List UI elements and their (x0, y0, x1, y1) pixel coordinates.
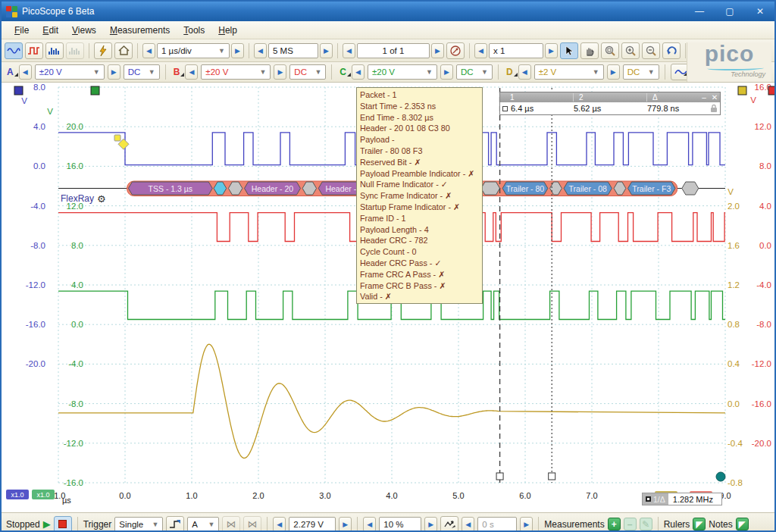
minimize-icon[interactable]: — (690, 6, 709, 17)
edit-measurement-button[interactable]: ✎ (640, 518, 652, 530)
menu-views[interactable]: Views (65, 23, 103, 38)
trigger-handle-icon (114, 135, 120, 141)
channel-d-range-prev-icon[interactable]: ◀ (518, 64, 531, 80)
ruler-col-1: 1 (500, 93, 574, 102)
trigger-level-input[interactable]: 2.279 V (289, 517, 336, 532)
channel-c-offset-marker (91, 86, 99, 95)
samples-next-icon[interactable]: ▶ (320, 43, 333, 58)
timebase-prev-icon[interactable]: ◀ (142, 43, 155, 58)
channel-d-range-next-icon[interactable]: ▶ (607, 64, 620, 80)
svg-text:-12.0: -12.0 (64, 439, 83, 448)
probe-icon[interactable] (94, 42, 112, 59)
channel-c-range-prev-icon[interactable]: ◀ (352, 64, 365, 80)
start-capture-icon[interactable]: ▶ (43, 518, 51, 530)
decoder-segment (481, 182, 500, 195)
samples-input[interactable]: 5 MS (268, 43, 318, 58)
delay-down-icon[interactable]: ◀ (462, 517, 474, 532)
stop-capture-button[interactable] (54, 516, 72, 532)
add-measurement-button[interactable]: + (608, 518, 621, 530)
tooltip-line: Valid - ✗ (360, 291, 479, 302)
rulers-button[interactable]: ◤ (693, 518, 706, 530)
channel-b-range-prev-icon[interactable]: ◀ (185, 64, 198, 80)
pretrigger-up-icon[interactable]: ▶ (424, 517, 437, 532)
adv-trigger2-icon[interactable]: ⋈ (243, 516, 261, 532)
ruler-box-close-icon[interactable]: ✕ (709, 93, 720, 102)
pointer-tool-icon[interactable] (560, 42, 578, 59)
channel-c-button[interactable]: C (337, 67, 349, 77)
maximize-icon[interactable]: ▢ (720, 6, 740, 17)
svg-text:8.0: 8.0 (71, 241, 83, 250)
trigger-mode-select[interactable]: Single▼ (114, 517, 163, 532)
svg-text:-16.0: -16.0 (26, 320, 45, 329)
scope-view-icon[interactable] (5, 42, 23, 59)
menu-edit[interactable]: Edit (36, 23, 65, 38)
timebase-next-icon[interactable]: ▶ (231, 43, 244, 58)
zoom-next-icon[interactable]: ▶ (545, 43, 558, 58)
adv-trigger-icon[interactable]: ⋈ (222, 516, 240, 532)
channel-b-coupling-select[interactable]: DC▼ (289, 64, 326, 80)
zoom-prev-icon[interactable]: ◀ (474, 43, 487, 58)
ruler-measurement-box[interactable]: 1 2 Δ – ✕ 6.4 µs 5.62 µs 779.8 ns (499, 92, 721, 115)
gear-icon: ⚙ (97, 193, 106, 205)
ruler-box-minimize-icon[interactable]: – (699, 93, 709, 102)
channel-d-range-select[interactable]: ±2 V▼ (534, 64, 604, 80)
zoom-factor-field[interactable]: x 1 (489, 43, 543, 58)
pretrigger-input[interactable]: 10 % (379, 517, 421, 532)
zoom-window-icon[interactable] (601, 42, 619, 59)
channel-d-coupling-select[interactable]: DC▼ (623, 64, 659, 80)
trigger-marker-tool-icon[interactable] (440, 516, 458, 532)
timebase-select[interactable]: 1 µs/div▼ (157, 43, 230, 58)
trigger-level-down-icon[interactable]: ◀ (273, 517, 286, 532)
channel-a-range-prev-icon[interactable]: ◀ (19, 64, 32, 80)
trigger-level-up-icon[interactable]: ▶ (339, 517, 352, 532)
spectrum-alt-view-icon[interactable] (66, 42, 84, 59)
persistence-view-icon[interactable] (25, 42, 43, 59)
channel-a-button[interactable]: A (5, 67, 16, 77)
channel-a-coupling-select[interactable]: DC▼ (124, 64, 160, 80)
delete-measurement-button[interactable]: – (624, 518, 637, 530)
ruler-value-delta: 779.8 ns (647, 104, 710, 113)
channel-c-coupling-select[interactable]: DC▼ (456, 64, 493, 80)
zoom-in-icon[interactable] (621, 42, 640, 59)
close-icon[interactable]: ✕ (750, 6, 770, 17)
menu-measurements[interactable]: Measurements (103, 23, 177, 38)
undo-zoom-icon[interactable] (662, 42, 681, 59)
channel-b-range-next-icon[interactable]: ▶ (274, 64, 286, 80)
ruler-drag-handle-icon[interactable] (502, 106, 508, 111)
pretrigger-down-icon[interactable]: ◀ (363, 517, 376, 532)
menu-tools[interactable]: Tools (177, 23, 211, 38)
channel-b-button[interactable]: B (171, 67, 183, 77)
trigger-source-select[interactable]: A▼ (187, 517, 219, 532)
menu-help[interactable]: Help (211, 23, 244, 38)
trigger-edge-icon[interactable] (166, 516, 184, 532)
channel-a-range-next-icon[interactable]: ▶ (108, 64, 120, 80)
home-icon[interactable] (114, 42, 133, 59)
navigator-icon[interactable] (446, 42, 465, 59)
ruler-box-values: 6.4 µs 5.62 µs 779.8 ns (500, 102, 720, 114)
svg-text:-12.0: -12.0 (26, 280, 45, 289)
svg-text:-4.0: -4.0 (756, 280, 771, 289)
channel-b-range-select[interactable]: ±20 V▼ (201, 64, 271, 80)
channel-a-range-select[interactable]: ±20 V▼ (35, 64, 105, 80)
page-next-icon[interactable]: ▶ (431, 43, 444, 58)
delay-up-icon[interactable]: ▶ (520, 517, 533, 532)
hand-tool-icon[interactable] (580, 42, 599, 59)
decoder-segment-label: Trailer - 80 (506, 184, 545, 193)
spectrum-view-icon[interactable] (45, 42, 64, 59)
decoder-segment-label: Trailer - F3 (632, 184, 671, 193)
svg-text:-16.0: -16.0 (752, 399, 771, 408)
delay-input[interactable]: 0 s (477, 517, 517, 532)
channel-d-button[interactable]: D (504, 67, 515, 77)
menu-file[interactable]: File (8, 23, 36, 38)
pico-logo: pico Technology (687, 42, 771, 82)
samples-prev-icon[interactable]: ◀ (254, 43, 267, 58)
channel-c-range-next-icon[interactable]: ▶ (440, 64, 453, 80)
time-ruler-1-handle (496, 473, 503, 480)
lock-icon[interactable] (710, 104, 718, 113)
notes-button[interactable]: ◤ (736, 518, 749, 530)
channel-c-range-select[interactable]: ±20 V▼ (368, 64, 437, 80)
zoom-out-icon[interactable] (642, 42, 660, 59)
svg-text:V: V (728, 187, 734, 196)
page-prev-icon[interactable]: ◀ (343, 43, 355, 58)
svg-text:0.0: 0.0 (759, 241, 771, 250)
